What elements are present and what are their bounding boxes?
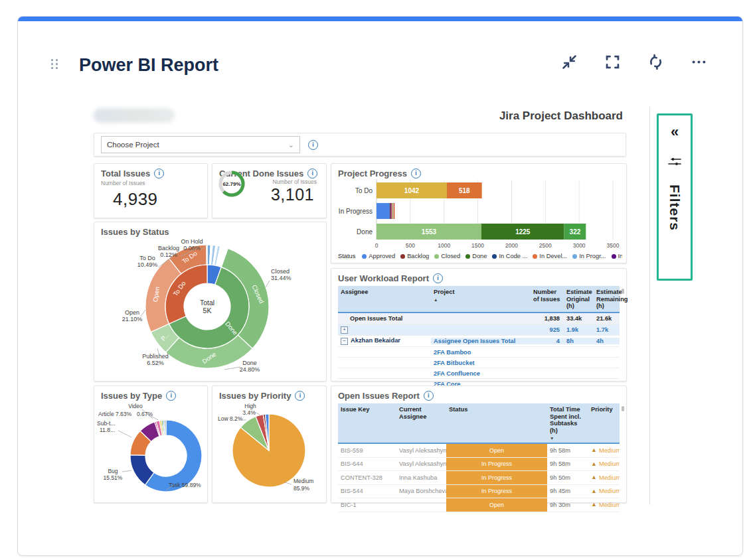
info-icon[interactable]: i xyxy=(295,391,305,401)
tile-total-issues[interactable]: Total Issues i Number of Issues 4,939 xyxy=(94,163,208,218)
status-badge: In Progress xyxy=(446,471,547,484)
collapse-panel-icon[interactable]: « xyxy=(671,125,679,139)
table-row[interactable]: 2FA Bitbucket xyxy=(338,358,620,368)
open-issues-title: Open Issues Report xyxy=(338,391,420,401)
tile-project-progress[interactable]: Project Progress i 050010001500200025003… xyxy=(331,163,627,263)
more-options-icon[interactable] xyxy=(690,53,708,71)
legend-item[interactable]: Approved xyxy=(362,253,395,259)
fullscreen-icon[interactable] xyxy=(604,53,622,71)
column-header[interactable]: Current Assignee xyxy=(396,403,446,443)
issue-key-cell[interactable]: BIC-1 xyxy=(338,502,396,508)
table-row[interactable]: CONTENT-328Inna KashubaIn Progress9h 50m… xyxy=(338,471,620,485)
issue-key-cell[interactable]: CONTENT-328 xyxy=(338,474,396,481)
table-row[interactable]: BIS-644Vasyl AleksashynIn Progress9h 58m… xyxy=(338,458,620,472)
current-done-value: 3,101 xyxy=(271,185,314,204)
column-header-label: Issue Key xyxy=(341,406,369,413)
total-issues-title: Total Issues xyxy=(101,169,150,178)
tile-current-done-issues[interactable]: Current Done Issues i Number of Issues 3… xyxy=(212,163,327,218)
legend-dot xyxy=(465,254,470,259)
column-header[interactable]: Estimate Original (h) xyxy=(564,286,594,312)
column-header[interactable]: Number of Issues xyxy=(531,286,564,312)
column-header[interactable]: Priority xyxy=(588,403,620,443)
filter-sliders-icon[interactable] xyxy=(667,157,682,170)
issues-by-type-chart[interactable]: VideoArticle 7.63%0.67%Sub-t...11.8...Bu… xyxy=(94,400,207,501)
tile-user-workload[interactable]: User Workload Report i AssigneeProject▲N… xyxy=(331,268,627,382)
legend-dot xyxy=(492,254,497,259)
sort-asc-icon[interactable]: ▲ xyxy=(434,297,529,302)
bar-segment[interactable] xyxy=(393,203,394,219)
project-progress-chart[interactable]: 0500100015002000250030003500To Do1042518… xyxy=(338,178,620,251)
issue-key-cell[interactable]: BIS-544 xyxy=(338,488,396,494)
legend-item[interactable]: Backlog xyxy=(400,253,429,259)
scrollbar-thumb[interactable] xyxy=(622,289,624,294)
info-icon[interactable]: i xyxy=(308,140,318,150)
bar-segment[interactable] xyxy=(390,203,392,219)
column-header[interactable]: Estimate Remaining (h) xyxy=(594,286,620,312)
table-row[interactable]: Open Issues Total1,83833.4k21.6k xyxy=(338,313,620,324)
filters-panel[interactable]: « Filters xyxy=(657,113,693,281)
info-icon[interactable]: i xyxy=(433,273,443,283)
column-header[interactable]: Issue Key xyxy=(338,403,396,443)
project-select[interactable]: Choose Project ⌄ xyxy=(101,136,300,153)
column-header[interactable]: Assignee xyxy=(338,286,431,312)
drag-handle-icon[interactable] xyxy=(51,59,59,70)
column-header[interactable]: Total Time Spent incl. Subtasks (h)▼ xyxy=(547,403,588,443)
table-row[interactable]: 2FA Bamboo xyxy=(338,347,620,358)
table-row[interactable]: BIC-1Open9h 30m▲Medium xyxy=(338,498,620,512)
table-row[interactable]: −Akzhan BekaidarAssignee Open Issues Tot… xyxy=(338,336,620,347)
chart-label: In Progress xyxy=(339,208,373,215)
orig-cell: 1.9k xyxy=(564,326,594,333)
issues-by-status-chart[interactable]: ClosedDoneP...OpenTo DoDoneTo DoTotal5KO… xyxy=(94,236,326,378)
expand-icon[interactable]: + xyxy=(341,326,348,334)
priority-medium-icon: ▲ xyxy=(591,461,597,467)
legend-item[interactable]: Done xyxy=(465,253,487,259)
tile-issues-by-priority[interactable]: Issues by Priority i High3.4%Low 8.2%Med… xyxy=(212,385,327,503)
bar-segment[interactable] xyxy=(394,203,394,219)
refresh-icon[interactable] xyxy=(647,53,665,71)
legend-item[interactable]: In Review xyxy=(612,253,622,259)
info-icon[interactable]: i xyxy=(166,391,176,401)
table-row[interactable]: 2FA Confluence xyxy=(338,368,620,379)
legend-item[interactable]: In Devel... xyxy=(533,253,567,259)
bar-segment[interactable] xyxy=(393,203,394,219)
issues-by-priority-chart[interactable]: High3.4%Low 8.2%Medium85.9% xyxy=(212,400,326,501)
assignee-cell: Vasyl Aleksashyn xyxy=(396,447,446,454)
bar-segment[interactable] xyxy=(391,203,392,219)
sort-desc-icon[interactable]: ▼ xyxy=(550,436,586,441)
tile-issues-by-type[interactable]: Issues by Type i VideoArticle 7.63%0.67%… xyxy=(94,385,208,503)
collapse-view-icon[interactable] xyxy=(560,53,578,71)
collapse-icon[interactable]: − xyxy=(341,338,348,345)
issue-key-cell[interactable]: BIS-644 xyxy=(338,460,396,467)
assignee-cell: + xyxy=(338,326,431,334)
bar-segment[interactable] xyxy=(376,203,389,219)
bar-segment[interactable] xyxy=(392,203,393,219)
type-slice[interactable] xyxy=(165,420,166,435)
tile-issues-by-status[interactable]: Issues by Status ClosedDoneP...OpenTo Do… xyxy=(94,222,327,382)
info-icon[interactable]: i xyxy=(307,169,317,178)
info-icon[interactable]: i xyxy=(411,169,421,178)
column-header[interactable]: Project▲ xyxy=(431,286,531,312)
panel-divider xyxy=(649,107,650,505)
table-row[interactable]: BIS-544Maya BorshchevaIn Progress9h 45m▲… xyxy=(338,485,620,499)
chart-label: 500 xyxy=(406,242,415,249)
scrollbar-thumb[interactable] xyxy=(622,406,624,411)
column-header[interactable]: Status xyxy=(446,403,547,443)
table-row[interactable]: BIS-559Vasyl AleksashynOpen9h 58m▲Medium xyxy=(338,444,620,458)
legend-item[interactable]: In Progr... xyxy=(572,253,606,259)
legend-dot xyxy=(400,254,405,259)
tile-open-issues[interactable]: Open Issues Report i Issue KeyCurrent As… xyxy=(331,385,627,503)
bar-segment[interactable] xyxy=(389,203,390,219)
info-icon[interactable]: i xyxy=(154,169,164,178)
info-icon[interactable]: i xyxy=(424,391,434,401)
legend-item[interactable]: Closed xyxy=(434,253,460,259)
chart-label: Video xyxy=(128,403,143,409)
table-row[interactable]: +9251.9k1.7k xyxy=(338,324,620,336)
chart-label: 11.8... xyxy=(100,427,115,433)
powerbi-macro-card: Power BI Report xyxy=(17,16,743,556)
issue-key-cell[interactable]: BIS-559 xyxy=(338,447,396,454)
leader-line xyxy=(122,470,131,472)
chart-label: Open xyxy=(125,309,139,316)
user-workload-table: AssigneeProject▲Number of IssuesEstimate… xyxy=(338,286,620,389)
legend-item[interactable]: In Code ... xyxy=(492,253,527,259)
priority-cell: ▲Medium xyxy=(588,502,620,508)
